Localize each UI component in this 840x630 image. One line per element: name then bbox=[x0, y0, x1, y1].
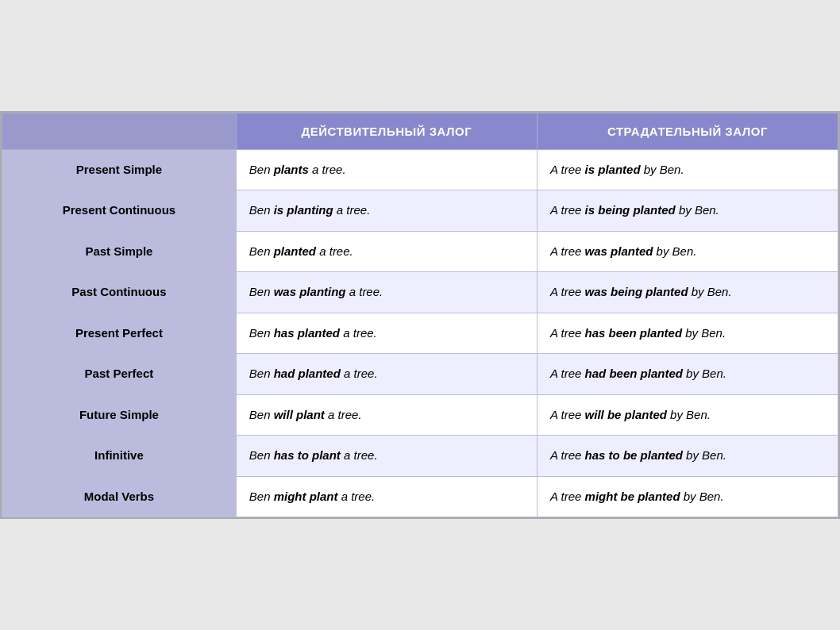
tense-cell: Present Continuous bbox=[2, 190, 237, 232]
tense-cell: Past Perfect bbox=[2, 354, 237, 395]
tense-cell: Present Perfect bbox=[2, 313, 237, 354]
tense-cell: Past Continuous bbox=[2, 272, 237, 313]
table-row: Past SimpleBen planted a tree.A tree was… bbox=[2, 231, 838, 272]
header-row: ДЕЙСТВИТЕЛЬНЫЙ ЗАЛОГ СТРАДАТЕЛЬНЫЙ ЗАЛОГ bbox=[2, 113, 838, 149]
header-col2: ДЕЙСТВИТЕЛЬНЫЙ ЗАЛОГ bbox=[236, 113, 537, 149]
table-row: InfinitiveBen has to plant a tree.A tree… bbox=[2, 436, 838, 477]
table-row: Present ContinuousBen is planting a tree… bbox=[2, 190, 838, 232]
tense-cell: Present Simple bbox=[2, 149, 237, 190]
tense-cell: Modal Verbs bbox=[2, 476, 237, 517]
passive-cell: A tree is being planted by Ben. bbox=[537, 190, 838, 232]
passive-cell: A tree had been planted by Ben. bbox=[537, 354, 838, 395]
table-row: Modal VerbsBen might plant a tree.A tree… bbox=[2, 476, 838, 517]
passive-cell: A tree will be planted by Ben. bbox=[537, 394, 838, 436]
table-row: Present PerfectBen has planted a tree.A … bbox=[2, 313, 838, 354]
passive-cell: A tree was planted by Ben. bbox=[537, 231, 838, 272]
passive-cell: A tree has been planted by Ben. bbox=[537, 313, 838, 354]
active-cell: Ben might plant a tree. bbox=[236, 476, 537, 517]
active-cell: Ben is planting a tree. bbox=[236, 190, 537, 232]
tense-cell: Future Simple bbox=[2, 394, 237, 436]
active-cell: Ben has planted a tree. bbox=[236, 313, 537, 354]
table-row: Past ContinuousBen was planting a tree.A… bbox=[2, 272, 838, 313]
active-cell: Ben had planted a tree. bbox=[236, 354, 537, 395]
tense-cell: Past Simple bbox=[2, 231, 237, 272]
header-col3: СТРАДАТЕЛЬНЫЙ ЗАЛОГ bbox=[537, 113, 838, 149]
active-cell: Ben plants a tree. bbox=[236, 149, 537, 190]
passive-cell: A tree might be planted by Ben. bbox=[537, 476, 838, 517]
passive-cell: A tree has to be planted by Ben. bbox=[537, 436, 838, 477]
passive-cell: A tree is planted by Ben. bbox=[537, 149, 838, 190]
grammar-table-container: ДЕЙСТВИТЕЛЬНЫЙ ЗАЛОГ СТРАДАТЕЛЬНЫЙ ЗАЛОГ… bbox=[0, 111, 840, 520]
grammar-table: ДЕЙСТВИТЕЛЬНЫЙ ЗАЛОГ СТРАДАТЕЛЬНЫЙ ЗАЛОГ… bbox=[2, 113, 838, 518]
active-cell: Ben was planting a tree. bbox=[236, 272, 537, 313]
header-col1 bbox=[2, 113, 237, 149]
active-cell: Ben planted a tree. bbox=[236, 231, 537, 272]
table-row: Present SimpleBen plants a tree.A tree i… bbox=[2, 149, 838, 190]
passive-cell: A tree was being planted by Ben. bbox=[537, 272, 838, 313]
active-cell: Ben will plant a tree. bbox=[236, 394, 537, 436]
table-row: Past PerfectBen had planted a tree.A tre… bbox=[2, 354, 838, 395]
tense-cell: Infinitive bbox=[2, 436, 237, 477]
table-body: Present SimpleBen plants a tree.A tree i… bbox=[2, 149, 838, 517]
table-row: Future SimpleBen will plant a tree.A tre… bbox=[2, 394, 838, 436]
active-cell: Ben has to plant a tree. bbox=[236, 436, 537, 477]
